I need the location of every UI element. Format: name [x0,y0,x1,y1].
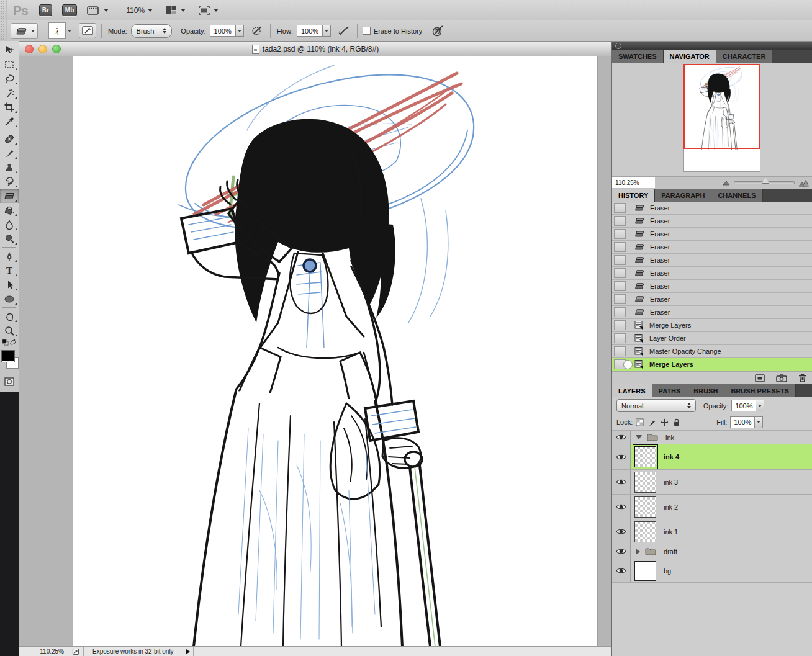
magic-wand-tool[interactable] [0,86,19,100]
history-row[interactable]: Eraser [612,306,812,319]
layer-row-group[interactable]: draft [612,544,812,559]
layer-row-selected[interactable]: ink 4 [612,444,812,470]
delete-trash-icon[interactable] [798,374,806,382]
toggle-brush-panel-button[interactable] [79,23,96,38]
layer-row[interactable]: ink 1 [612,519,812,544]
mode-select[interactable]: Brush [131,24,173,38]
path-selection-tool[interactable] [0,277,19,292]
visibility-toggle[interactable] [612,544,631,559]
eraser-tool[interactable] [0,189,19,203]
opacity-value[interactable]: 100% [210,25,236,37]
view-extras-button[interactable] [87,6,109,16]
history-source-well[interactable] [614,346,626,356]
move-tool[interactable] [0,43,19,57]
document-titlebar[interactable]: tada2.psd @ 110% (ink 4, RGB/8#) [19,42,611,56]
slider-thumb[interactable] [762,177,769,183]
tab-history[interactable]: HISTORY [612,189,655,202]
flow-control[interactable]: 100% [297,25,331,37]
erase-to-history-checkbox[interactable] [363,27,371,35]
fill-dropdown-button[interactable] [755,416,763,428]
tab-paragraph[interactable]: PARAGRAPH [655,189,711,202]
group-expand-triangle[interactable] [636,549,640,555]
tab-swatches[interactable]: SWATCHES [612,50,664,63]
flow-value[interactable]: 100% [297,25,323,37]
collapse-dock-button[interactable] [615,43,621,49]
hand-tool[interactable] [0,309,19,323]
marquee-tool[interactable] [0,57,19,71]
statusbar-zoom-field[interactable]: 110.25% [19,647,68,656]
visibility-toggle[interactable] [612,559,631,582]
history-row[interactable]: Eraser [612,241,812,254]
gradient-tool[interactable] [0,203,19,217]
layer-row[interactable]: ink 3 [612,470,812,495]
group-expand-triangle[interactable] [636,435,642,439]
shape-tool[interactable] [0,292,19,306]
flow-dropdown-button[interactable] [323,25,331,37]
history-row[interactable]: Eraser [612,267,812,280]
drag-grip[interactable] [0,20,7,41]
history-source-well[interactable] [614,203,626,213]
layers-opacity-control[interactable]: 100% [731,400,764,411]
crop-tool[interactable] [0,100,19,114]
history-source-well[interactable] [614,320,626,330]
zoom-level-button[interactable]: 110% [126,6,153,15]
history-source-well[interactable] [614,294,626,304]
history-drag-handle[interactable] [623,360,633,369]
history-brush-tool[interactable] [0,174,19,189]
layer-thumbnail[interactable] [634,472,656,493]
tab-brush[interactable]: BRUSH [687,384,724,397]
history-row[interactable]: Eraser [612,293,812,306]
tab-layers[interactable]: LAYERS [612,384,652,397]
opacity-control[interactable]: 100% [210,25,244,37]
opacity-dropdown-button[interactable] [236,25,244,37]
navigator-zoom-slider[interactable] [734,181,795,184]
visibility-toggle[interactable] [612,470,631,494]
current-tool-button[interactable] [11,23,38,39]
lock-all-icon[interactable] [673,418,680,426]
panel-dock-header[interactable] [612,42,812,50]
history-row[interactable]: Eraser [612,215,812,228]
layer-row-group[interactable]: ink [612,431,812,444]
history-row[interactable]: Eraser [612,228,812,241]
layer-row[interactable]: bg [612,559,812,583]
erase-to-history-option[interactable]: Erase to History [363,27,422,35]
pen-tool[interactable] [0,249,19,263]
lock-position-icon[interactable] [661,418,669,426]
brush-preset-picker[interactable]: ·4 [48,22,71,39]
lasso-tool[interactable] [0,71,19,86]
history-source-well[interactable] [614,281,626,291]
tab-channels[interactable]: CHANNELS [711,189,762,202]
history-row[interactable]: Master Opacity Change [612,345,812,358]
navigator-view-box[interactable] [683,64,760,149]
new-document-from-state-icon[interactable] [755,374,765,382]
brush-tool[interactable] [0,146,19,160]
history-source-well[interactable] [614,268,626,278]
default-swap-colors[interactable] [0,338,19,347]
mini-bridge-button[interactable]: Mb [62,4,77,16]
statusbar-menu-button[interactable] [183,647,194,656]
lock-transparency-icon[interactable] [636,418,644,426]
history-row-selected[interactable]: Merge Layers [612,358,812,371]
fill-control[interactable]: 100% [730,416,763,428]
airbrush-button[interactable] [249,24,265,38]
history-source-well[interactable] [614,229,626,239]
bridge-button[interactable]: Br [39,4,52,16]
history-row[interactable]: Eraser [612,280,812,293]
scratch-info-icon[interactable] [68,647,84,656]
history-source-well[interactable] [614,307,626,317]
layer-row[interactable]: ink 2 [612,495,812,519]
visibility-toggle[interactable] [612,444,631,469]
history-row[interactable]: Layer Order [612,332,812,345]
arrange-documents-button[interactable] [165,6,186,16]
tab-character[interactable]: CHARACTER [716,50,773,63]
tab-paths[interactable]: PATHS [652,384,688,397]
history-source-well[interactable] [614,216,626,226]
foreground-color-swatch[interactable] [2,351,14,362]
layer-thumbnail[interactable] [634,561,656,581]
history-source-well[interactable] [614,333,626,343]
history-source-well[interactable] [614,255,626,265]
quick-mask-button[interactable] [0,374,19,389]
tab-brush-presets[interactable]: BRUSH PRESETS [724,384,796,397]
tab-navigator[interactable]: NAVIGATOR [664,50,716,63]
history-row[interactable]: Eraser [612,254,812,267]
